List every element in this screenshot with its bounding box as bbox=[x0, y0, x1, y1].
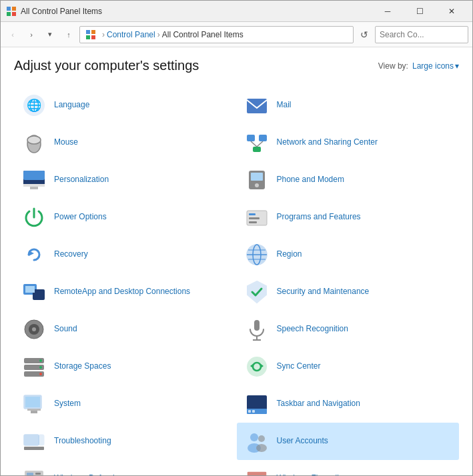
item-label-remoteapp: RemoteApp and Desktop Connections bbox=[54, 287, 190, 297]
close-button[interactable]: ✕ bbox=[436, 1, 467, 22]
refresh-button[interactable]: ↺ bbox=[356, 27, 372, 43]
item-user-accounts[interactable]: User Accounts bbox=[237, 423, 460, 460]
svg-rect-16 bbox=[253, 147, 261, 152]
svg-rect-4 bbox=[86, 30, 90, 34]
item-icon-recovery bbox=[21, 241, 47, 268]
item-icon-windows-firewall bbox=[244, 465, 270, 476]
item-windows-firewall[interactable]: Windows Firewall bbox=[237, 460, 460, 476]
back-button[interactable]: ‹ bbox=[5, 27, 21, 43]
item-remoteapp[interactable]: RemoteApp and Desktop Connections bbox=[14, 273, 237, 311]
item-label-security-maintenance: Security and Maintenance bbox=[277, 287, 370, 297]
item-label-power-options: Power Options bbox=[54, 212, 107, 223]
recent-locations-button[interactable]: ▾ bbox=[42, 27, 58, 43]
svg-rect-28 bbox=[249, 217, 260, 219]
item-icon-mouse bbox=[21, 129, 47, 156]
svg-rect-3 bbox=[12, 12, 16, 16]
svg-rect-14 bbox=[247, 135, 255, 141]
svg-rect-7 bbox=[91, 35, 95, 39]
svg-marker-39 bbox=[248, 281, 266, 303]
item-windows-defender[interactable]: Windows Defender bbox=[14, 460, 237, 476]
window-title: All Control Panel Items bbox=[21, 7, 372, 16]
svg-point-69 bbox=[256, 444, 267, 452]
item-phone-modem[interactable]: Phone and Modem bbox=[237, 161, 460, 199]
item-label-programs-features: Programs and Features bbox=[277, 212, 361, 223]
svg-rect-65 bbox=[24, 447, 44, 450]
svg-rect-20 bbox=[23, 171, 45, 180]
view-by-value[interactable]: Large icons ▾ bbox=[412, 61, 459, 71]
item-speech-recognition[interactable]: Speech Recognition bbox=[237, 311, 460, 348]
item-icon-language: 🌐 bbox=[21, 92, 47, 119]
item-icon-phone-modem bbox=[244, 167, 270, 193]
item-label-personalization: Personalization bbox=[54, 175, 109, 185]
item-storage-spaces[interactable]: Storage Spaces bbox=[14, 348, 237, 385]
search-box[interactable]: 🔍 bbox=[375, 26, 468, 43]
svg-point-66 bbox=[250, 433, 258, 441]
item-mail[interactable]: Mail bbox=[237, 87, 460, 124]
path-separator: › bbox=[102, 30, 105, 39]
svg-rect-5 bbox=[91, 30, 95, 34]
item-icon-personalization bbox=[21, 167, 47, 193]
svg-rect-59 bbox=[247, 395, 267, 410]
search-input[interactable] bbox=[380, 30, 473, 39]
svg-point-51 bbox=[39, 373, 42, 375]
svg-rect-56 bbox=[25, 397, 40, 407]
page-header: Adjust your computer's settings View by:… bbox=[14, 58, 459, 73]
restore-button[interactable]: ☐ bbox=[404, 1, 435, 22]
svg-point-50 bbox=[39, 366, 42, 369]
content-area: Adjust your computer's settings View by:… bbox=[1, 47, 472, 476]
item-icon-windows-defender bbox=[21, 465, 47, 476]
item-icon-troubleshooting bbox=[21, 428, 47, 455]
path-control-panel[interactable]: Control Panel bbox=[107, 30, 155, 39]
svg-rect-10 bbox=[247, 99, 267, 113]
item-label-user-accounts: User Accounts bbox=[277, 436, 328, 447]
item-icon-sync-center bbox=[244, 353, 270, 380]
up-button[interactable]: ↑ bbox=[61, 27, 77, 43]
item-language[interactable]: 🌐 Language bbox=[14, 87, 237, 124]
view-by-control: View by: Large icons ▾ bbox=[378, 61, 459, 71]
item-label-taskbar-navigation: Taskbar and Navigation bbox=[277, 399, 360, 409]
svg-point-49 bbox=[39, 359, 42, 362]
item-system[interactable]: System bbox=[14, 385, 237, 423]
item-label-language: Language bbox=[54, 100, 89, 111]
item-programs-features[interactable]: Programs and Features bbox=[237, 199, 460, 236]
svg-text:🌐: 🌐 bbox=[27, 98, 42, 113]
item-region[interactable]: Region bbox=[237, 236, 460, 273]
svg-rect-75 bbox=[248, 472, 266, 476]
items-grid: 🌐 Language Mail Mouse Network and Sharin… bbox=[14, 87, 459, 476]
page-title: Adjust your computer's settings bbox=[14, 58, 199, 73]
svg-point-42 bbox=[32, 327, 36, 331]
svg-rect-72 bbox=[35, 473, 41, 475]
svg-rect-27 bbox=[249, 213, 256, 215]
item-label-phone-modem: Phone and Modem bbox=[277, 175, 344, 185]
item-icon-taskbar-navigation bbox=[244, 391, 270, 417]
svg-rect-57 bbox=[27, 409, 41, 411]
app-icon bbox=[6, 6, 17, 17]
item-label-region: Region bbox=[277, 249, 302, 260]
item-label-network-sharing: Network and Sharing Center bbox=[277, 137, 378, 148]
item-taskbar-navigation[interactable]: Taskbar and Navigation bbox=[237, 385, 460, 423]
item-sound[interactable]: Sound bbox=[14, 311, 237, 348]
item-security-maintenance[interactable]: Security and Maintenance bbox=[237, 273, 460, 311]
item-network-sharing[interactable]: Network and Sharing Center bbox=[237, 124, 460, 161]
item-recovery[interactable]: Recovery bbox=[14, 236, 237, 273]
main-area: Adjust your computer's settings View by:… bbox=[1, 47, 472, 476]
title-bar: All Control Panel Items ─ ☐ ✕ bbox=[1, 1, 472, 22]
address-path[interactable]: › Control Panel › All Control Panel Item… bbox=[79, 26, 354, 43]
item-label-speech-recognition: Speech Recognition bbox=[277, 324, 348, 335]
svg-rect-15 bbox=[259, 135, 267, 141]
item-label-windows-defender: Windows Defender bbox=[54, 473, 121, 476]
item-troubleshooting[interactable]: Troubleshooting bbox=[14, 423, 237, 460]
forward-button[interactable]: › bbox=[23, 27, 39, 43]
svg-point-68 bbox=[258, 435, 265, 442]
item-label-mouse: Mouse bbox=[54, 137, 78, 148]
item-sync-center[interactable]: Sync Center bbox=[237, 348, 460, 385]
item-power-options[interactable]: Power Options bbox=[14, 199, 237, 236]
svg-rect-71 bbox=[27, 473, 33, 476]
svg-rect-64 bbox=[39, 435, 44, 445]
item-personalization[interactable]: Personalization bbox=[14, 161, 237, 199]
svg-rect-63 bbox=[24, 435, 39, 445]
svg-line-17 bbox=[251, 141, 257, 147]
item-mouse[interactable]: Mouse bbox=[14, 124, 237, 161]
minimize-button[interactable]: ─ bbox=[372, 1, 403, 22]
item-icon-network-sharing bbox=[244, 129, 270, 156]
